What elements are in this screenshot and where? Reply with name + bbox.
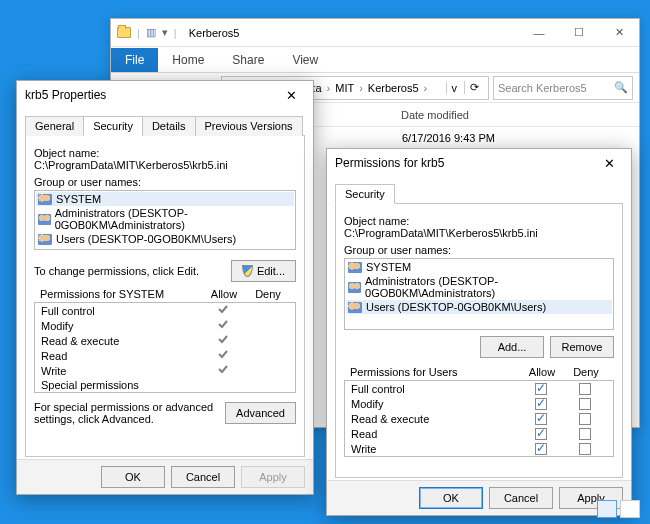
principal-item[interactable]: Administrators (DESKTOP-0GOB0KM\Administ… (346, 274, 612, 300)
chevron-right-icon: › (356, 82, 366, 94)
tab-strip: Security (335, 183, 623, 204)
tab-details[interactable]: Details (142, 116, 196, 136)
principal-item[interactable]: Administrators (DESKTOP-0GOB0KM\Administ… (36, 206, 294, 232)
tab-file[interactable]: File (111, 48, 158, 72)
file-date: 6/17/2016 9:43 PM (402, 132, 495, 144)
perm-for-label: Permissions for SYSTEM (40, 288, 202, 300)
window-title: Kerberos5 (183, 27, 519, 39)
permission-name: Read (41, 350, 201, 362)
perm-for-label: Permissions for Users (350, 366, 520, 378)
details-view-icon[interactable] (597, 500, 617, 518)
object-name-label: Object name: (344, 215, 409, 227)
minimize-button[interactable]: — (519, 19, 559, 47)
dialog-title: krb5 Properties (25, 88, 106, 102)
icons-view-icon[interactable] (620, 500, 640, 518)
allow-checkbox[interactable] (535, 383, 547, 395)
allow-checkbox[interactable] (535, 398, 547, 410)
advanced-button[interactable]: Advanced (225, 402, 296, 424)
folder-icon (117, 27, 131, 38)
user-icon (38, 194, 52, 205)
search-placeholder: Search Kerberos5 (498, 82, 614, 94)
qat-save-icon[interactable]: ▥ (146, 26, 156, 39)
group-icon (38, 234, 52, 245)
tab-share[interactable]: Share (218, 48, 278, 72)
group-icon (38, 214, 51, 225)
object-name-label: Object name: (34, 147, 99, 159)
user-icon (348, 262, 362, 273)
allow-indicator (201, 334, 245, 347)
col-deny: Deny (246, 288, 290, 300)
principal-item[interactable]: SYSTEM (346, 260, 612, 274)
breadcrumb-segment[interactable]: MIT (335, 82, 354, 94)
chevron-right-icon: › (421, 82, 431, 94)
principal-item[interactable]: SYSTEM (36, 192, 294, 206)
ribbon-tabs: File Home Share View (111, 47, 639, 73)
deny-checkbox[interactable] (579, 398, 591, 410)
tab-home[interactable]: Home (158, 48, 218, 72)
search-input[interactable]: Search Kerberos5 🔍 (493, 76, 633, 100)
permission-row: Write (35, 363, 295, 378)
close-button[interactable]: ✕ (595, 151, 623, 175)
permission-row: Full control (345, 381, 613, 396)
ok-button[interactable]: OK (419, 487, 483, 509)
col-deny: Deny (564, 366, 608, 378)
advanced-hint: For special permissions or advanced sett… (34, 401, 225, 425)
principals-list[interactable]: SYSTEM Administrators (DESKTOP-0GOB0KM\A… (34, 190, 296, 250)
permission-name: Modify (41, 320, 201, 332)
cancel-button[interactable]: Cancel (171, 466, 235, 488)
dialog-titlebar[interactable]: Permissions for krb5 ✕ (327, 149, 631, 177)
col-allow: Allow (520, 366, 564, 378)
history-dropdown-icon[interactable]: v (446, 82, 463, 94)
permission-name: Read (351, 428, 519, 440)
deny-checkbox[interactable] (579, 413, 591, 425)
principal-item[interactable]: Users (DESKTOP-0GOB0KM\Users) (346, 300, 612, 314)
close-button[interactable]: ✕ (277, 83, 305, 107)
object-name-value: C:\ProgramData\MIT\Kerberos5\krb5.ini (344, 227, 538, 239)
object-name-value: C:\ProgramData\MIT\Kerberos5\krb5.ini (34, 159, 228, 171)
remove-button[interactable]: Remove (550, 336, 614, 358)
allow-indicator (201, 304, 245, 317)
group-icon (348, 302, 362, 313)
view-switcher[interactable] (597, 500, 640, 518)
permissions-dialog: Permissions for krb5 ✕ Security Object n… (326, 148, 632, 516)
apply-button[interactable]: Apply (241, 466, 305, 488)
ok-button[interactable]: OK (101, 466, 165, 488)
deny-checkbox[interactable] (579, 383, 591, 395)
permission-row: Read & execute (345, 411, 613, 426)
add-button[interactable]: Add... (480, 336, 544, 358)
permission-name: Write (351, 443, 519, 455)
deny-checkbox[interactable] (579, 443, 591, 455)
tab-previous-versions[interactable]: Previous Versions (195, 116, 303, 136)
allow-checkbox[interactable] (535, 413, 547, 425)
tab-security[interactable]: Security (335, 184, 395, 204)
allow-checkbox[interactable] (535, 443, 547, 455)
dialog-titlebar[interactable]: krb5 Properties ✕ (17, 81, 313, 109)
principal-item[interactable]: Users (DESKTOP-0GOB0KM\Users) (36, 232, 294, 246)
tab-security[interactable]: Security (83, 116, 143, 136)
edit-button[interactable]: Edit... (231, 260, 296, 282)
permission-row: Write (345, 441, 613, 456)
breadcrumb-segment[interactable]: Kerberos5 (368, 82, 419, 94)
refresh-icon[interactable]: ⟳ (464, 81, 484, 94)
permission-row: Special permissions (35, 378, 295, 392)
permission-name: Full control (351, 383, 519, 395)
search-icon[interactable]: 🔍 (614, 81, 628, 94)
deny-checkbox[interactable] (579, 428, 591, 440)
maximize-button[interactable]: ☐ (559, 19, 599, 47)
tab-view[interactable]: View (278, 48, 332, 72)
qat-dropdown-icon[interactable]: ▾ (162, 26, 168, 39)
chevron-right-icon: › (324, 82, 334, 94)
allow-indicator (201, 364, 245, 377)
permission-row: Read & execute (35, 333, 295, 348)
principals-list[interactable]: SYSTEMAdministrators (DESKTOP-0GOB0KM\Ad… (344, 258, 614, 330)
permissions-table: Permissions for Users Allow Deny Full co… (344, 364, 614, 457)
group-label: Group or user names: (344, 244, 614, 256)
allow-checkbox[interactable] (535, 428, 547, 440)
explorer-titlebar[interactable]: | ▥ ▾ | Kerberos5 — ☐ ✕ (111, 19, 639, 47)
cancel-button[interactable]: Cancel (489, 487, 553, 509)
tab-general[interactable]: General (25, 116, 84, 136)
dialog-title: Permissions for krb5 (335, 156, 444, 170)
permission-name: Read & execute (41, 335, 201, 347)
column-date[interactable]: Date modified (401, 109, 469, 121)
close-button[interactable]: ✕ (599, 19, 639, 47)
